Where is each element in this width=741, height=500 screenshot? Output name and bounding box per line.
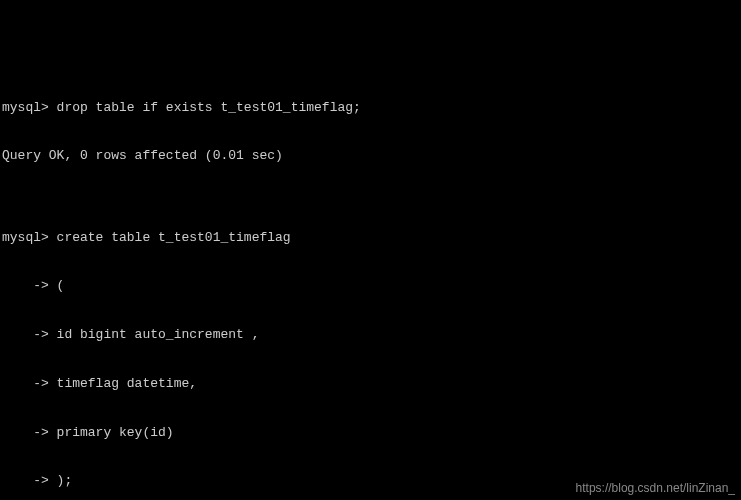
terminal-line: -> id bigint auto_increment ,	[2, 327, 739, 343]
watermark-text: https://blog.csdn.net/linZinan_	[576, 481, 735, 496]
terminal-line: mysql> create table t_test01_timeflag	[2, 230, 739, 246]
terminal-line: -> (	[2, 278, 739, 294]
terminal-output: mysql> drop table if exists t_test01_tim…	[2, 67, 739, 500]
terminal-line: -> timeflag datetime,	[2, 376, 739, 392]
terminal-line: mysql> drop table if exists t_test01_tim…	[2, 100, 739, 116]
terminal-line: -> primary key(id)	[2, 425, 739, 441]
terminal-line: Query OK, 0 rows affected (0.01 sec)	[2, 148, 739, 164]
